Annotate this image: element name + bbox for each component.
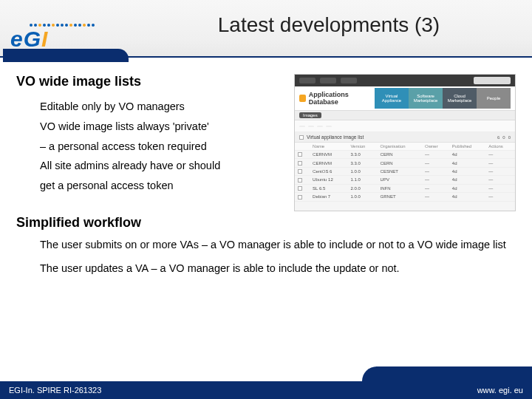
shot-list-bar: Virtual appliance image list 6 0 0: [295, 132, 515, 143]
logo-letter-i: I: [41, 27, 48, 51]
shot-active-tab: Images: [299, 112, 321, 118]
logo-dots-arc: [3, 1, 121, 27]
shot-subnav: Images: [295, 110, 515, 120]
footer-curve: [362, 366, 532, 381]
logo-text: eGI: [10, 27, 48, 52]
slide-title: Latest developments (3): [140, 13, 517, 37]
shot-header: Applications Database Virtual Appliance …: [295, 86, 515, 110]
shot-tag-bar: [295, 120, 515, 132]
shot-table: NameVersionOrganisationOwnerPublishedAct…: [295, 143, 515, 202]
table-row: CentOS 61.0.0CESNET—4d—: [295, 167, 515, 175]
slide-body: Applications Database Virtual Appliance …: [16, 74, 516, 369]
header-band: eGI Latest developments (3): [0, 0, 532, 58]
footer-right: www. egi. eu: [477, 386, 523, 395]
shot-tile: Software Marketplace: [409, 88, 443, 109]
shot-tile: Cloud Marketplace: [443, 88, 477, 109]
egi-logo: eGI: [3, 1, 121, 56]
table-row: Ubuntu 121.1.0UPV—4d—: [295, 176, 515, 184]
appdb-screenshot: Applications Database Virtual Appliance …: [294, 74, 516, 211]
shot-brand: Applications Database: [309, 91, 372, 106]
logo-letter-e: e: [10, 27, 24, 51]
shot-list-name: Virtual appliance image list: [307, 134, 364, 140]
footer-bar: EGI-In. SPIRE RI-261323 www. egi. eu: [0, 381, 532, 399]
table-row: Debian 71.0.0GRNET—4d—: [295, 193, 515, 201]
table-row: CERNVM3.3.0CERN—4d—: [295, 151, 515, 159]
table-row: CERNVM3.3.0CERN—4d—: [295, 159, 515, 167]
shot-tile: People: [477, 88, 511, 109]
table-row: SL 6.52.0.0INFN—4d—: [295, 184, 515, 192]
section2-para: The user submits on or more VAs – a VO m…: [40, 238, 516, 253]
shot-logo-icon: [299, 95, 306, 102]
logo-tab-shape: [3, 49, 129, 62]
shot-topbar: [295, 75, 515, 86]
shot-nav-tiles: Virtual Appliance Software Marketplace C…: [375, 88, 511, 109]
section2-heading: Simplified workflow: [16, 215, 516, 231]
shot-tile: Virtual Appliance: [375, 88, 409, 109]
section2-para: The user updates a VA – a VO manager is …: [40, 262, 516, 276]
footer-left: EGI-In. SPIRE RI-261323: [9, 386, 101, 395]
logo-letter-g: G: [24, 27, 41, 51]
